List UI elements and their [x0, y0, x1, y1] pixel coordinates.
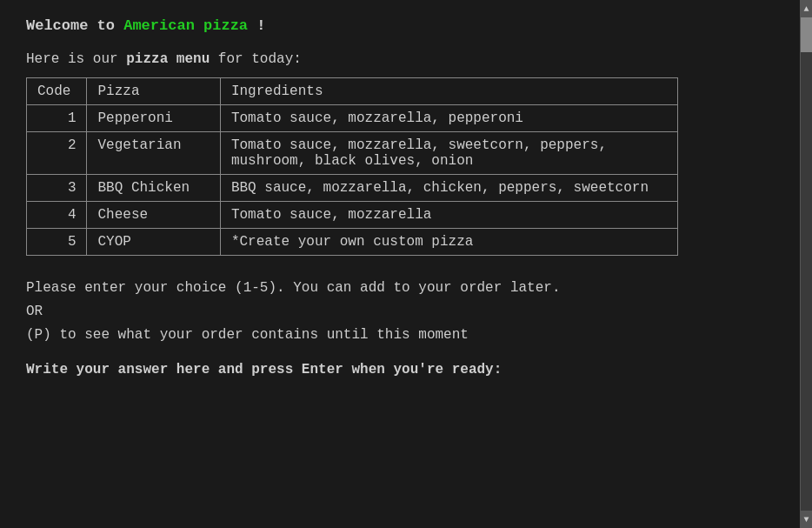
cell-ingredients: Tomato sauce, mozzarella, pepperoni — [220, 105, 677, 132]
scrollbar-thumb[interactable] — [801, 17, 812, 52]
prompt-line3: (P) to see what your order contains unti… — [26, 324, 786, 347]
cell-code: 3 — [27, 175, 87, 202]
cell-code: 4 — [27, 202, 87, 229]
scrollbar[interactable]: ▲ ▼ — [800, 0, 812, 528]
table-row: 2VegetarianTomato sauce, mozzarella, swe… — [27, 132, 678, 175]
cell-code: 2 — [27, 132, 87, 175]
prompt-section: Please enter your choice (1-5). You can … — [26, 277, 786, 348]
table-header-row: Code Pizza Ingredients — [27, 78, 678, 105]
cell-pizza: BBQ Chicken — [87, 175, 220, 202]
header-pizza: Pizza — [87, 78, 220, 105]
prompt-line2: OR — [26, 300, 786, 324]
table-row: 1PepperoniTomato sauce, mozzarella, pepp… — [27, 105, 678, 132]
cell-ingredients: BBQ sauce, mozzarella, chicken, peppers,… — [220, 175, 677, 202]
header-ingredients: Ingredients — [220, 78, 677, 105]
cell-code: 5 — [27, 229, 87, 256]
prompt-line1: Please enter your choice (1-5). You can … — [26, 277, 786, 300]
welcome-prefix: Welcome to — [26, 17, 123, 34]
scrollbar-arrow-down[interactable]: ▼ — [801, 511, 812, 528]
brand-name: American pizza — [123, 17, 248, 34]
table-row: 3BBQ ChickenBBQ sauce, mozzarella, chick… — [27, 175, 678, 202]
cell-pizza: Cheese — [87, 202, 220, 229]
table-row: 5CYOP*Create your own custom pizza — [27, 229, 678, 256]
scrollbar-arrow-up[interactable]: ▲ — [801, 0, 812, 17]
menu-intro: Here is our pizza menu for today: — [26, 51, 786, 67]
cell-pizza: CYOP — [87, 229, 220, 256]
cell-pizza: Vegetarian — [87, 132, 220, 175]
welcome-suffix: ! — [248, 17, 265, 34]
pizza-menu-table: Code Pizza Ingredients 1PepperoniTomato … — [26, 77, 678, 256]
cell-ingredients: Tomato sauce, mozzarella — [220, 202, 677, 229]
welcome-line: Welcome to American pizza ! — [26, 17, 786, 34]
table-row: 4CheeseTomato sauce, mozzarella — [27, 202, 678, 229]
answer-prompt: Write your answer here and press Enter w… — [26, 362, 786, 378]
cell-ingredients: Tomato sauce, mozzarella, sweetcorn, pep… — [220, 132, 677, 175]
intro-prefix: Here is our — [26, 51, 126, 67]
header-code: Code — [27, 78, 87, 105]
cell-code: 1 — [27, 105, 87, 132]
cell-pizza: Pepperoni — [87, 105, 220, 132]
cell-ingredients: *Create your own custom pizza — [220, 229, 677, 256]
intro-bold: pizza menu — [126, 51, 210, 67]
intro-suffix: for today: — [210, 51, 302, 67]
